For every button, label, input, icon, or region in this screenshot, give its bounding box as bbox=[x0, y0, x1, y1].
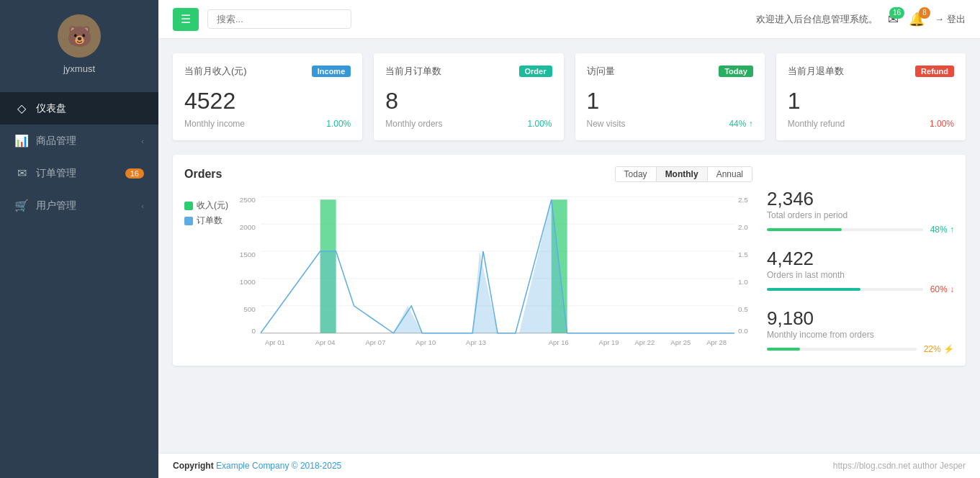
order-stat-value-1: 4,422 bbox=[767, 248, 954, 270]
svg-text:0.5: 0.5 bbox=[738, 305, 748, 313]
sidebar-label-users: 用户管理 bbox=[36, 199, 141, 212]
avatar: 🐻 bbox=[58, 14, 101, 58]
order-stat-bar-fill-1 bbox=[767, 288, 860, 291]
stat-card-1: 当前月订单数 Order 8 Monthly orders 1.00% bbox=[374, 53, 563, 140]
header: ☰ 欢迎进入后台信息管理系统。 ✉ 16 🔔 8 → 登出 bbox=[158, 0, 980, 39]
logout-button[interactable]: → 登出 bbox=[935, 13, 966, 26]
period-btn-monthly[interactable]: Monthly bbox=[657, 167, 708, 181]
svg-text:2.0: 2.0 bbox=[738, 223, 748, 231]
footer: Copyright Example Company © 2018-2025 ht… bbox=[158, 453, 980, 478]
stat-badge-2: Today bbox=[719, 66, 753, 77]
svg-text:Apr 07: Apr 07 bbox=[366, 338, 386, 346]
footer-left: Copyright Example Company © 2018-2025 bbox=[173, 461, 341, 471]
legend-dot bbox=[184, 217, 193, 225]
stat-badge-1: Order bbox=[519, 66, 552, 77]
users-icon: 🛒 bbox=[14, 199, 29, 212]
order-stat-bar-row-0: 48% ↑ bbox=[767, 225, 954, 235]
period-btn-annual[interactable]: Annual bbox=[708, 167, 752, 181]
sidebar: 🐻 jyxmust ◇ 仪表盘 📊 商品管理 ‹ ✉ 订单管理 16 🛒 用户管… bbox=[0, 0, 158, 478]
order-stat-bar-bg-0 bbox=[767, 228, 923, 231]
order-stat-bar-fill-2 bbox=[767, 348, 800, 351]
footer-url: https://blog.csdn.net bbox=[833, 461, 910, 471]
chevron-users: ‹ bbox=[141, 202, 144, 210]
legend-label: 订单数 bbox=[197, 215, 222, 227]
products-icon: 📊 bbox=[14, 134, 29, 148]
stat-value-0: 4522 bbox=[184, 88, 351, 114]
order-stat-item-1: 4,422 Orders in last month 60% ↓ bbox=[767, 248, 954, 294]
main-area: ☰ 欢迎进入后台信息管理系统。 ✉ 16 🔔 8 → 登出 当前月收入(元) I… bbox=[158, 0, 980, 478]
sidebar-username: jyxmust bbox=[63, 63, 95, 74]
order-stat-pct-2: 22% ⚡ bbox=[924, 344, 954, 354]
bell-notification-button[interactable]: 🔔 8 bbox=[909, 12, 925, 27]
order-stat-bar-row-2: 22% ⚡ bbox=[767, 344, 954, 354]
stat-title-1: 当前月订单数 bbox=[385, 65, 441, 78]
svg-text:Apr 04: Apr 04 bbox=[315, 338, 336, 346]
svg-text:1.5: 1.5 bbox=[738, 251, 748, 258]
order-stat-bar-bg-2 bbox=[767, 348, 917, 351]
orders-chart-svg: 2500 2000 1500 1000 500 0 2.5 2.0 1.5 1.… bbox=[235, 189, 752, 348]
email-notification-button[interactable]: ✉ 16 bbox=[888, 12, 899, 27]
stat-footer-label-2: New visits bbox=[587, 119, 626, 129]
welcome-text: 欢迎进入后台信息管理系统。 bbox=[756, 13, 878, 26]
svg-text:Apr 13: Apr 13 bbox=[466, 338, 486, 346]
chart-svg-wrapper: 2500 2000 1500 1000 500 0 2.5 2.0 1.5 1.… bbox=[235, 189, 752, 351]
svg-text:Apr 10: Apr 10 bbox=[415, 338, 436, 346]
footer-author: author Jesper bbox=[913, 461, 966, 471]
chart-legend: 收入(元) 订单数 bbox=[184, 192, 228, 227]
stat-title-3: 当前月退单数 bbox=[788, 65, 844, 78]
stat-title-2: 访问量 bbox=[587, 65, 615, 78]
stats-row: 当前月收入(元) Income 4522 Monthly income 1.00… bbox=[173, 53, 966, 140]
orders-icon: ✉ bbox=[14, 166, 29, 180]
order-stat-label-2: Monthly income from orders bbox=[767, 330, 954, 340]
stat-badge-3: Refund bbox=[915, 66, 954, 77]
sidebar-label-products: 商品管理 bbox=[36, 135, 141, 148]
order-stat-bar-row-1: 60% ↓ bbox=[767, 284, 954, 294]
period-buttons: TodayMonthlyAnnual bbox=[615, 166, 752, 182]
badge-orders: 16 bbox=[125, 168, 144, 179]
stat-header-0: 当前月收入(元) Income bbox=[184, 65, 351, 78]
stat-change-2: 44% ↑ bbox=[729, 119, 752, 129]
orders-section: Orders TodayMonthlyAnnual 收入(元) 订单数 2500… bbox=[173, 155, 966, 366]
stat-value-1: 8 bbox=[385, 88, 552, 114]
period-btn-today[interactable]: Today bbox=[616, 167, 657, 181]
legend-item-收入(元): 收入(元) bbox=[184, 199, 228, 212]
stat-change-1: 1.00% bbox=[527, 119, 552, 129]
order-stat-value-2: 9,180 bbox=[767, 307, 954, 330]
chart-area: Orders TodayMonthlyAnnual 收入(元) 订单数 2500… bbox=[184, 166, 752, 354]
svg-text:Apr 19: Apr 19 bbox=[599, 338, 619, 346]
footer-right: https://blog.csdn.net author Jesper bbox=[833, 461, 966, 471]
bell-badge: 8 bbox=[919, 7, 930, 19]
menu-toggle-button[interactable]: ☰ bbox=[173, 8, 199, 31]
stat-card-3: 当前月退单数 Refund 1 Monthly refund 1.00% bbox=[776, 53, 966, 140]
stat-header-3: 当前月退单数 Refund bbox=[788, 65, 954, 78]
svg-text:Apr 01: Apr 01 bbox=[265, 338, 285, 346]
header-right: 欢迎进入后台信息管理系统。 ✉ 16 🔔 8 → 登出 bbox=[756, 12, 966, 27]
svg-text:1000: 1000 bbox=[240, 278, 256, 286]
svg-text:Apr 25: Apr 25 bbox=[670, 338, 691, 346]
dashboard-icon: ◇ bbox=[14, 102, 29, 115]
svg-text:Apr 28: Apr 28 bbox=[706, 338, 727, 346]
svg-text:1500: 1500 bbox=[240, 251, 256, 258]
order-stat-label-1: Orders in last month bbox=[767, 270, 954, 280]
stat-footer-1: Monthly orders 1.00% bbox=[385, 119, 552, 129]
sidebar-item-orders[interactable]: ✉ 订单管理 16 bbox=[0, 157, 158, 189]
svg-text:Apr 22: Apr 22 bbox=[634, 338, 655, 346]
svg-text:2.5: 2.5 bbox=[738, 196, 748, 204]
order-stat-value-0: 2,346 bbox=[767, 188, 954, 210]
logout-icon: → bbox=[935, 14, 944, 24]
order-stat-bar-fill-0 bbox=[767, 228, 842, 231]
sidebar-avatar: 🐻 jyxmust bbox=[0, 0, 158, 85]
stat-header-1: 当前月订单数 Order bbox=[385, 65, 552, 78]
sidebar-item-users[interactable]: 🛒 用户管理 ‹ bbox=[0, 189, 158, 222]
chevron-products: ‹ bbox=[141, 137, 144, 145]
svg-text:1.0: 1.0 bbox=[738, 278, 748, 286]
sidebar-item-products[interactable]: 📊 商品管理 ‹ bbox=[0, 125, 158, 157]
stat-footer-label-0: Monthly income bbox=[184, 119, 245, 129]
sidebar-item-dashboard[interactable]: ◇ 仪表盘 bbox=[0, 92, 158, 125]
main-content: 当前月收入(元) Income 4522 Monthly income 1.00… bbox=[158, 39, 980, 453]
search-input[interactable] bbox=[207, 9, 351, 29]
orders-title: Orders bbox=[184, 168, 222, 181]
stat-change-0: 1.00% bbox=[326, 119, 351, 129]
order-stat-item-2: 9,180 Monthly income from orders 22% ⚡ bbox=[767, 307, 954, 354]
stat-footer-0: Monthly income 1.00% bbox=[184, 119, 351, 129]
